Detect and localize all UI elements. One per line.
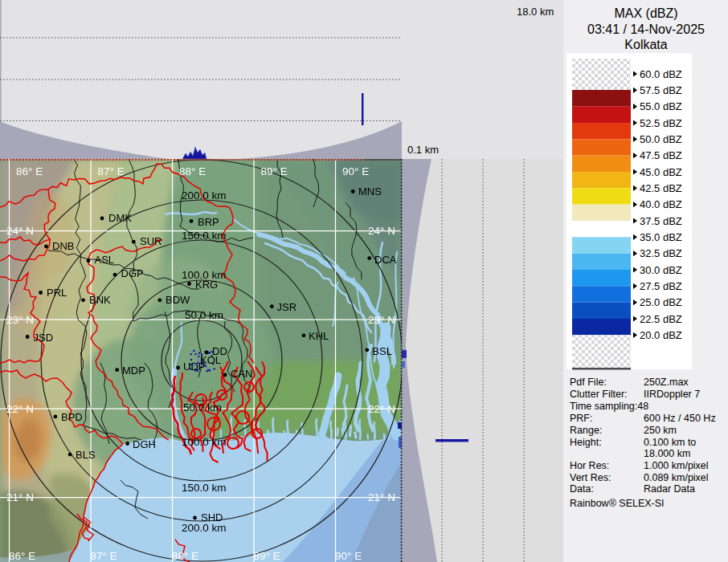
svg-text:1.000 km/pixel: 1.000 km/pixel bbox=[644, 460, 709, 471]
svg-text:MDP: MDP bbox=[122, 364, 145, 377]
svg-text:21° N: 21° N bbox=[368, 491, 395, 503]
svg-text:88° E: 88° E bbox=[172, 550, 198, 562]
svg-text:55.0 dBZ: 55.0 dBZ bbox=[640, 100, 682, 112]
svg-text:200.0 km: 200.0 km bbox=[182, 189, 227, 202]
svg-text:89° E: 89° E bbox=[254, 550, 280, 562]
svg-text:50.0 dBZ: 50.0 dBZ bbox=[640, 133, 682, 145]
svg-text:Hor Res:: Hor Res: bbox=[570, 460, 609, 471]
svg-text:86° E: 86° E bbox=[9, 550, 35, 562]
svg-text:47.5 dBZ: 47.5 dBZ bbox=[640, 149, 682, 161]
svg-text:22.5 dBZ: 22.5 dBZ bbox=[640, 313, 682, 325]
svg-text:MAX (dBZ): MAX (dBZ) bbox=[614, 6, 677, 20]
svg-text:35.0 dBZ: 35.0 dBZ bbox=[640, 231, 682, 243]
svg-text:BLS: BLS bbox=[76, 449, 96, 461]
svg-text:BSL: BSL bbox=[372, 345, 392, 357]
svg-text:42.5 dBZ: 42.5 dBZ bbox=[640, 182, 682, 194]
svg-text:30.0 dBZ: 30.0 dBZ bbox=[640, 264, 682, 276]
svg-text:150.0 km: 150.0 km bbox=[182, 482, 227, 494]
svg-text:600 Hz / 450 Hz: 600 Hz / 450 Hz bbox=[644, 413, 716, 424]
svg-text:0.1 km: 0.1 km bbox=[407, 144, 439, 156]
svg-text:21° N: 21° N bbox=[6, 491, 34, 503]
svg-text:DGH: DGH bbox=[133, 438, 156, 450]
svg-text:25.0 dBZ: 25.0 dBZ bbox=[640, 296, 682, 308]
svg-text:ASL: ASL bbox=[95, 254, 115, 266]
svg-text:89° E: 89° E bbox=[261, 165, 288, 177]
svg-text:JSR: JSR bbox=[277, 301, 297, 313]
svg-text:DCA: DCA bbox=[374, 254, 397, 266]
svg-text:24° N: 24° N bbox=[368, 225, 395, 237]
svg-text:24° N: 24° N bbox=[6, 225, 34, 237]
svg-text:PRL: PRL bbox=[47, 287, 67, 299]
svg-text:87° E: 87° E bbox=[91, 550, 117, 562]
svg-text:Rainbow® SELEX-SI: Rainbow® SELEX-SI bbox=[570, 498, 665, 509]
svg-text:0.100 km to: 0.100 km to bbox=[644, 437, 696, 448]
svg-text:KRG: KRG bbox=[195, 279, 218, 291]
svg-text:88° E: 88° E bbox=[179, 165, 206, 177]
svg-text:BNK: BNK bbox=[89, 294, 111, 306]
svg-text:PRF:: PRF: bbox=[570, 413, 592, 424]
svg-text:Range:: Range: bbox=[570, 425, 602, 436]
svg-text:SHD: SHD bbox=[201, 511, 223, 523]
svg-text:03:41 / 14-Nov-2025: 03:41 / 14-Nov-2025 bbox=[587, 22, 705, 36]
svg-text:20.0 dBZ: 20.0 dBZ bbox=[640, 329, 682, 341]
svg-text:Time sampling:48: Time sampling:48 bbox=[570, 401, 648, 412]
svg-text:18.000 km: 18.000 km bbox=[644, 448, 690, 459]
svg-text:52.5 dBZ: 52.5 dBZ bbox=[640, 117, 682, 129]
svg-text:Radar Data: Radar Data bbox=[644, 483, 695, 495]
svg-text:60.0 dBZ: 60.0 dBZ bbox=[640, 68, 682, 80]
svg-text:DMK: DMK bbox=[108, 212, 132, 224]
svg-text:57.5 dBZ: 57.5 dBZ bbox=[640, 84, 682, 96]
svg-text:Clutter Filter:: Clutter Filter: bbox=[570, 389, 628, 400]
svg-text:IIRDoppler 7: IIRDoppler 7 bbox=[644, 389, 700, 400]
svg-text:100.0 km: 100.0 km bbox=[182, 436, 227, 448]
svg-text:23° N: 23° N bbox=[368, 314, 395, 326]
svg-text:0.089 km/pixel: 0.089 km/pixel bbox=[644, 472, 709, 483]
svg-text:50.0 km: 50.0 km bbox=[183, 401, 222, 413]
svg-text:SUR: SUR bbox=[140, 235, 162, 247]
svg-text:Vert Res:: Vert Res: bbox=[570, 472, 611, 483]
svg-text:250Z.max: 250Z.max bbox=[644, 377, 689, 388]
svg-text:86° E: 86° E bbox=[16, 165, 43, 177]
svg-text:Height:: Height: bbox=[570, 437, 602, 448]
svg-text:Kolkata: Kolkata bbox=[624, 38, 667, 51]
svg-text:Data:: Data: bbox=[570, 483, 594, 495]
svg-text:DGP: DGP bbox=[121, 267, 144, 279]
svg-text:Pdf File:: Pdf File: bbox=[570, 377, 607, 388]
svg-text:22° N: 22° N bbox=[368, 403, 395, 415]
svg-text:22° N: 22° N bbox=[6, 403, 34, 415]
svg-text:23° N: 23° N bbox=[6, 314, 34, 326]
svg-text:MNS: MNS bbox=[358, 185, 382, 198]
svg-text:UDP: UDP bbox=[183, 360, 205, 373]
svg-text:37.5 dBZ: 37.5 dBZ bbox=[640, 215, 682, 227]
svg-text:150.0 km: 150.0 km bbox=[182, 230, 227, 242]
svg-text:BDW: BDW bbox=[166, 294, 190, 306]
svg-text:27.5 dBZ: 27.5 dBZ bbox=[640, 280, 682, 292]
svg-text:90° E: 90° E bbox=[335, 550, 362, 562]
svg-text:45.0 dBZ: 45.0 dBZ bbox=[640, 166, 682, 178]
svg-text:KHL: KHL bbox=[309, 330, 329, 342]
svg-text:18.0 km: 18.0 km bbox=[517, 6, 554, 18]
svg-text:87° E: 87° E bbox=[98, 165, 125, 177]
svg-text:CAN: CAN bbox=[231, 368, 252, 380]
svg-text:BRP: BRP bbox=[198, 216, 219, 228]
svg-text:32.5 dBZ: 32.5 dBZ bbox=[640, 247, 682, 259]
svg-text:DNB: DNB bbox=[52, 240, 74, 252]
svg-text:40.0 dBZ: 40.0 dBZ bbox=[640, 198, 682, 210]
svg-text:90° E: 90° E bbox=[342, 165, 369, 177]
svg-text:JSD: JSD bbox=[34, 332, 54, 344]
svg-text:250 km: 250 km bbox=[644, 425, 677, 436]
svg-text:BPD: BPD bbox=[61, 411, 83, 423]
svg-text:50.0 km: 50.0 km bbox=[185, 309, 223, 321]
